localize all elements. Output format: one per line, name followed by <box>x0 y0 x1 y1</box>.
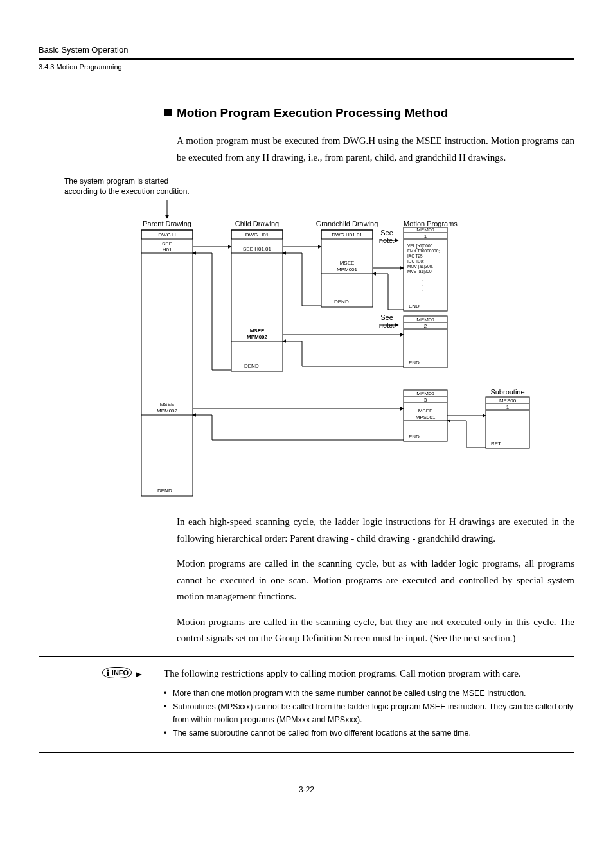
col-sub: Subroutine <box>490 388 524 396</box>
svg-text:.: . <box>422 277 423 281</box>
section-heading: Motion Program Execution Processing Meth… <box>164 106 574 120</box>
info-icon <box>105 669 111 677</box>
intro-paragraph: A motion program must be executed from D… <box>177 133 574 166</box>
info-bullet-3: •The same subroutine cannot be called fr… <box>164 727 574 740</box>
svg-text:DEND: DEND <box>334 299 349 305</box>
svg-rect-73 <box>107 672 109 676</box>
svg-text:END: END <box>409 360 420 366</box>
svg-text:MPM001: MPM001 <box>337 267 358 272</box>
svg-text:MSEE: MSEE <box>160 402 175 407</box>
dwg-h-label: DWG.H <box>158 232 176 238</box>
svg-text:H01: H01 <box>163 247 172 252</box>
svg-text:VEL [a1]5000: VEL [a1]5000 <box>407 244 433 249</box>
dwg-h01-label: DWG.H01 <box>245 232 269 238</box>
svg-text:MPS001: MPS001 <box>416 414 436 420</box>
svg-text:SEE H01.01: SEE H01.01 <box>243 246 272 252</box>
body-p3: Motion programs are called in the scanni… <box>177 614 574 647</box>
execution-diagram: Parent Drawing Child Drawing Grandchild … <box>64 200 574 502</box>
body-p2: Motion programs are called in the scanni… <box>177 556 574 605</box>
info-badge: INFO <box>100 667 145 741</box>
svg-text:1: 1 <box>506 404 510 410</box>
svg-text:SEE: SEE <box>162 241 172 247</box>
svg-text:RET: RET <box>491 441 501 447</box>
svg-text:MVS [a1]200.: MVS [a1]200. <box>407 269 433 274</box>
heading-bullet-icon <box>164 109 172 116</box>
info-bullet-2: •Subroutines (MPSxxx) cannot be called f… <box>164 701 574 726</box>
svg-text:MPM002: MPM002 <box>247 334 268 340</box>
heading-text: Motion Program Execution Processing Meth… <box>177 106 448 120</box>
svg-text:1: 1 <box>424 233 427 239</box>
info-block: INFO The following restrictions apply to… <box>39 656 574 754</box>
svg-text:MSEE: MSEE <box>418 408 433 414</box>
arrow-icon <box>136 672 142 677</box>
svg-text:FMX T10000000;: FMX T10000000; <box>407 249 440 253</box>
svg-text:See: See <box>380 314 393 321</box>
header-section: 3.4.3 Motion Programming <box>39 60 574 71</box>
page-number: 3-22 <box>39 785 574 794</box>
svg-text:MPM002: MPM002 <box>157 408 178 414</box>
svg-point-72 <box>107 669 109 671</box>
diagram-caption: The system program is started according … <box>64 176 574 197</box>
body-p1: In each high-speed scanning cycle, the l… <box>177 514 574 547</box>
info-bullet-1: •More than one motion program with the s… <box>164 687 574 700</box>
svg-text:See: See <box>380 229 393 236</box>
svg-text:MSEE: MSEE <box>340 260 355 266</box>
svg-rect-1 <box>141 230 193 496</box>
svg-text:DEND: DEND <box>157 488 172 493</box>
svg-text:MPM00: MPM00 <box>416 391 434 396</box>
dwg-h0101-label: DWG.H01.01 <box>332 232 362 238</box>
svg-text:MPM00: MPM00 <box>416 317 434 323</box>
svg-text:3: 3 <box>424 397 427 403</box>
svg-text:2: 2 <box>424 323 427 329</box>
svg-text:MOV [a1]300.: MOV [a1]300. <box>407 264 433 269</box>
col-child: Child Drawing <box>235 220 279 227</box>
svg-text:MSEE: MSEE <box>250 328 265 333</box>
svg-text:END: END <box>409 303 420 309</box>
svg-text:MPS00: MPS00 <box>499 398 517 403</box>
col-parent: Parent Drawing <box>143 220 191 227</box>
svg-text:.: . <box>422 282 423 287</box>
col-gchild: Grandchild Drawing <box>316 220 378 227</box>
svg-text:DEND: DEND <box>244 363 259 369</box>
svg-text:END: END <box>409 434 420 439</box>
header-chapter: Basic System Operation <box>39 45 574 60</box>
info-lead: The following restrictions apply to call… <box>164 666 574 681</box>
svg-text:.: . <box>422 287 423 292</box>
svg-text:IAC T25;: IAC T25; <box>407 254 424 258</box>
svg-text:MPM00: MPM00 <box>416 227 434 233</box>
svg-text:IDC T30;: IDC T30; <box>407 259 424 263</box>
